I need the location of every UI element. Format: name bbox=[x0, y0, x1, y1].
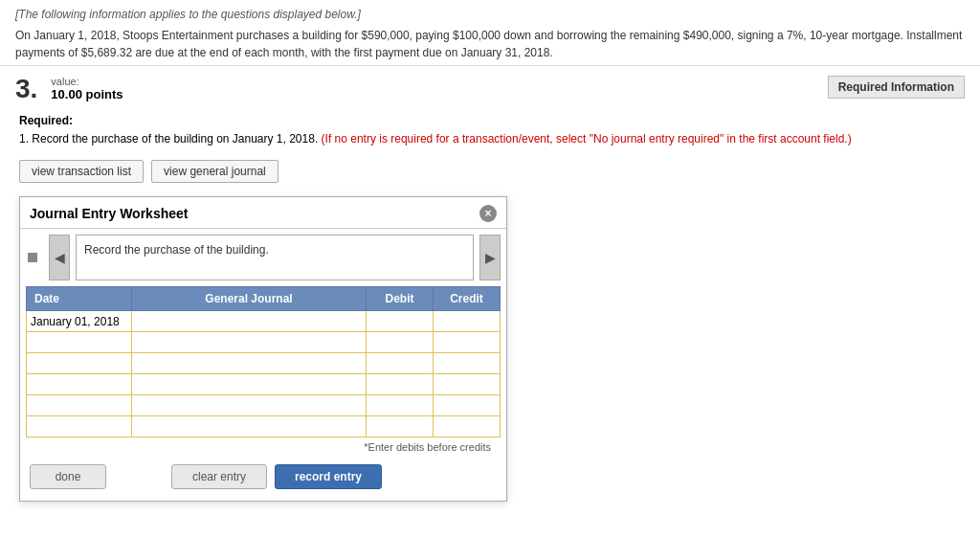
table-row bbox=[27, 332, 501, 353]
cell-debit[interactable] bbox=[367, 332, 434, 353]
cell-general[interactable] bbox=[132, 416, 367, 437]
general-journal-input[interactable] bbox=[136, 378, 362, 392]
nav-right-arrow[interactable]: ▶ bbox=[479, 235, 501, 280]
done-button[interactable]: done bbox=[30, 464, 106, 489]
table-row: January 01, 2018 bbox=[27, 311, 501, 332]
question-header: 3. value: 10.00 points Required Informat… bbox=[15, 76, 965, 102]
cell-credit[interactable] bbox=[434, 416, 501, 437]
general-journal-input[interactable] bbox=[136, 399, 362, 413]
cell-debit[interactable] bbox=[367, 353, 434, 374]
date-input[interactable] bbox=[31, 357, 127, 370]
cell-date[interactable] bbox=[27, 416, 132, 437]
debit-input[interactable] bbox=[370, 378, 429, 392]
close-button[interactable]: × bbox=[479, 205, 497, 222]
required-line1: 1. Record the purchase of the building o… bbox=[19, 132, 318, 146]
main-text: On January 1, 2018, Stoops Entertainment… bbox=[15, 27, 965, 61]
required-info-button[interactable]: Required Information bbox=[828, 76, 965, 99]
table-row bbox=[27, 395, 501, 416]
button-row: view transaction list view general journ… bbox=[15, 160, 965, 183]
cell-general[interactable] bbox=[132, 353, 367, 374]
credit-input[interactable] bbox=[437, 315, 496, 328]
cell-credit[interactable] bbox=[434, 353, 501, 374]
general-journal-input[interactable] bbox=[136, 420, 362, 434]
question-section: 3. value: 10.00 points Required Informat… bbox=[0, 66, 980, 511]
table-row bbox=[27, 374, 501, 395]
italic-note: [The following information applies to th… bbox=[15, 8, 965, 21]
cell-credit[interactable] bbox=[434, 374, 501, 395]
credit-input[interactable] bbox=[437, 399, 496, 413]
cell-debit[interactable] bbox=[367, 311, 434, 332]
general-journal-input[interactable] bbox=[136, 336, 362, 349]
required-label: Required: bbox=[19, 114, 73, 127]
debit-input[interactable] bbox=[370, 315, 429, 328]
points-value: 10.00 points bbox=[51, 87, 122, 101]
nav-indicator-icon bbox=[28, 253, 37, 262]
debit-input[interactable] bbox=[370, 357, 429, 370]
general-journal-input[interactable] bbox=[136, 357, 362, 370]
credit-input[interactable] bbox=[437, 336, 496, 349]
question-meta: value: 10.00 points bbox=[51, 76, 122, 101]
col-header-date: Date bbox=[27, 287, 132, 311]
date-input[interactable] bbox=[31, 420, 127, 434]
cell-credit[interactable] bbox=[434, 311, 501, 332]
table-row bbox=[27, 353, 501, 374]
date-input[interactable] bbox=[31, 399, 127, 413]
question-number: 3. bbox=[15, 76, 37, 102]
nav-area: ◀ Record the purchase of the building. ▶ bbox=[20, 229, 506, 286]
credit-input[interactable] bbox=[437, 357, 496, 370]
cell-debit[interactable] bbox=[367, 374, 434, 395]
cell-date[interactable] bbox=[27, 374, 132, 395]
table-row bbox=[27, 416, 501, 437]
credit-input[interactable] bbox=[437, 420, 496, 434]
required-red-text: (If no entry is required for a transacti… bbox=[322, 132, 852, 146]
cell-date[interactable]: January 01, 2018 bbox=[27, 311, 132, 332]
col-header-general: General Journal bbox=[132, 287, 367, 311]
clear-entry-button[interactable]: clear entry bbox=[171, 464, 267, 489]
date-input[interactable] bbox=[31, 378, 127, 392]
col-header-credit: Credit bbox=[434, 287, 501, 311]
general-journal-input[interactable] bbox=[136, 315, 362, 328]
cell-general[interactable] bbox=[132, 332, 367, 353]
cell-general[interactable] bbox=[132, 311, 367, 332]
journal-table: Date General Journal Debit Credit Januar… bbox=[26, 286, 501, 437]
credit-input[interactable] bbox=[437, 378, 496, 392]
nav-left-arrow[interactable]: ◀ bbox=[49, 235, 70, 280]
debit-input[interactable] bbox=[370, 420, 429, 434]
required-text: Required: 1. Record the purchase of the … bbox=[15, 112, 965, 148]
bottom-buttons: done clear entry record entry bbox=[20, 459, 506, 489]
entry-description: Record the purchase of the building. bbox=[76, 235, 474, 280]
value-label: value: bbox=[51, 76, 122, 87]
worksheet-header: Journal Entry Worksheet × bbox=[20, 197, 506, 229]
cell-general[interactable] bbox=[132, 395, 367, 416]
cell-debit[interactable] bbox=[367, 416, 434, 437]
table-header-row: Date General Journal Debit Credit bbox=[27, 287, 501, 311]
cell-credit[interactable] bbox=[434, 332, 501, 353]
date-input[interactable] bbox=[31, 336, 127, 349]
enter-note: *Enter debits before credits bbox=[20, 437, 501, 459]
debit-input[interactable] bbox=[370, 336, 429, 349]
view-transaction-button[interactable]: view transaction list bbox=[19, 160, 144, 183]
view-journal-button[interactable]: view general journal bbox=[151, 160, 278, 183]
cell-debit[interactable] bbox=[367, 395, 434, 416]
top-info-section: [The following information applies to th… bbox=[0, 0, 980, 66]
col-header-debit: Debit bbox=[367, 287, 434, 311]
cell-date[interactable] bbox=[27, 395, 132, 416]
worksheet-title: Journal Entry Worksheet bbox=[30, 206, 188, 221]
debit-input[interactable] bbox=[370, 399, 429, 413]
cell-date[interactable] bbox=[27, 353, 132, 374]
record-entry-button[interactable]: record entry bbox=[275, 464, 382, 489]
cell-credit[interactable] bbox=[434, 395, 501, 416]
cell-general[interactable] bbox=[132, 374, 367, 395]
journal-worksheet: Journal Entry Worksheet × ◀ Record the p… bbox=[19, 196, 507, 502]
cell-date[interactable] bbox=[27, 332, 132, 353]
